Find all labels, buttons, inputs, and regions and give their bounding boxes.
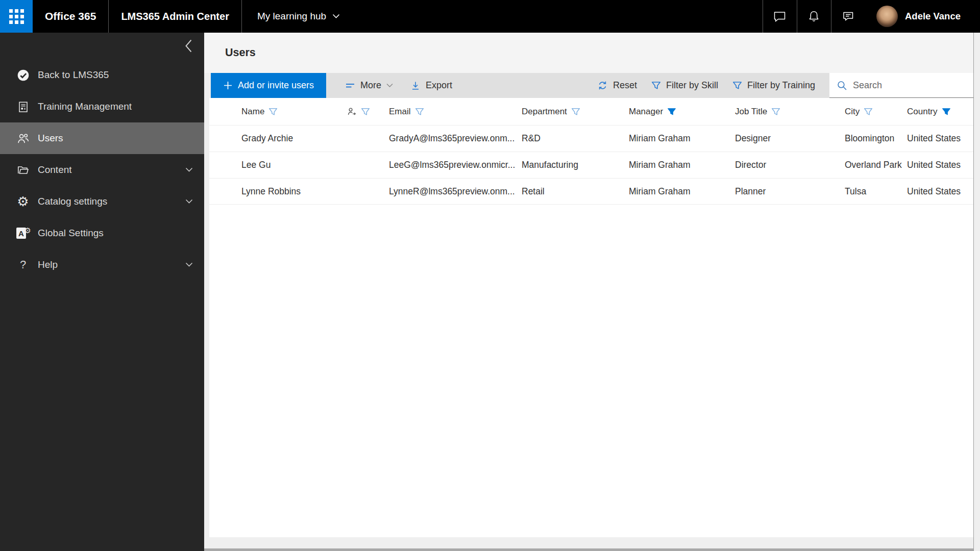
person-sync-icon — [347, 107, 357, 116]
page-title: Users — [225, 46, 256, 59]
sidebar-item-catalog-settings[interactable]: ⚙ Catalog settings — [0, 186, 204, 217]
left-navigation: Back to LMS365 Training Management — [0, 33, 204, 551]
column-header-job-title[interactable]: Job Title — [735, 107, 845, 117]
column-header-label: Job Title — [735, 107, 767, 117]
cell-email: LynneR@lms365preview.onm... — [389, 186, 522, 197]
cell-name: Grady Archie — [241, 133, 347, 144]
sidebar-item-label: Catalog settings — [38, 196, 107, 207]
main-content: Users Add or invite users More — [204, 33, 980, 551]
cell-country: United States — [907, 186, 973, 197]
cell-department: R&D — [522, 133, 629, 144]
cell-country: United States — [907, 160, 973, 170]
table-header-row: Name Email — [209, 98, 973, 125]
sidebar-item-training-management[interactable]: Training Management — [0, 91, 204, 122]
cell-job-title: Designer — [735, 133, 845, 144]
column-header-department[interactable]: Department — [522, 107, 629, 117]
filter-icon[interactable] — [415, 107, 424, 116]
toolbar-right-group: Reset Filter by Skill Filter by Training — [590, 73, 973, 98]
hub-dropdown[interactable]: My learning hub — [242, 0, 355, 33]
hub-dropdown-label: My learning hub — [257, 11, 326, 22]
add-or-invite-users-button[interactable]: Add or invite users — [211, 73, 326, 98]
filter-icon — [651, 81, 661, 90]
column-header-label: City — [845, 107, 860, 117]
chat-icon — [772, 9, 787, 24]
feedback-icon — [841, 9, 855, 24]
download-icon — [410, 81, 421, 91]
column-header-user-type[interactable] — [347, 107, 389, 116]
column-header-email[interactable]: Email — [389, 107, 522, 117]
sidebar-item-back-to-lms365[interactable]: Back to LMS365 — [0, 59, 204, 91]
column-header-name[interactable]: Name — [241, 107, 347, 117]
cell-country: United States — [907, 133, 973, 144]
feedback-button[interactable] — [831, 0, 865, 33]
chat-button[interactable] — [763, 0, 797, 33]
gear-icon: ⚙ — [15, 195, 31, 208]
sidebar-item-label: Users — [38, 133, 63, 144]
avatar — [876, 6, 898, 27]
filter-icon[interactable] — [864, 107, 873, 116]
search-box — [829, 73, 973, 98]
notifications-button[interactable] — [797, 0, 831, 33]
page-header-band: Users — [204, 33, 973, 73]
reset-button[interactable]: Reset — [590, 73, 644, 98]
suite-top-bar: Office 365 LMS365 Admin Center My learni… — [0, 0, 980, 33]
table-row[interactable]: Grady Archie GradyA@lms365preview.onm...… — [209, 125, 973, 152]
column-header-label: Department — [522, 107, 567, 117]
users-toolbar: Add or invite users More Export — [211, 73, 973, 98]
filter-by-training-button[interactable]: Filter by Training — [725, 73, 822, 98]
sidebar-item-users[interactable]: Users — [0, 122, 204, 154]
question-mark-icon: ? — [15, 258, 31, 271]
training-document-icon — [15, 101, 31, 113]
admin-a-gear-icon: A ⚙ — [15, 227, 31, 239]
filter-by-skill-button[interactable]: Filter by Skill — [644, 73, 725, 98]
sidebar-item-global-settings[interactable]: A ⚙ Global Settings — [0, 217, 204, 249]
sidebar-item-label: Content — [38, 164, 72, 176]
lms365-logo-icon — [15, 68, 31, 82]
sidebar-item-help[interactable]: ? Help — [0, 249, 204, 281]
app-launcher-button[interactable] — [0, 0, 33, 33]
sidebar-item-label: Back to LMS365 — [38, 69, 109, 81]
column-header-city[interactable]: City — [845, 107, 907, 117]
cell-email: LeeG@lms365preview.onmicr... — [389, 160, 522, 170]
table-row[interactable]: Lee Gu LeeG@lms365preview.onmicr... Manu… — [209, 152, 973, 178]
plus-icon — [223, 81, 233, 90]
reset-icon — [597, 80, 608, 91]
cell-department: Manufacturing — [522, 160, 629, 170]
collapse-sidebar-button[interactable] — [184, 39, 193, 53]
search-input[interactable] — [829, 73, 973, 98]
cell-department: Retail — [522, 186, 629, 197]
column-header-label: Name — [241, 107, 264, 117]
cell-city: Bloomington — [845, 133, 907, 144]
people-icon — [15, 132, 31, 145]
topbar-right-group: Adele Vance — [763, 0, 980, 33]
column-header-country[interactable]: Country — [907, 107, 973, 117]
filter-icon[interactable] — [771, 107, 780, 116]
sidebar-item-label: Training Management — [38, 101, 132, 112]
brand-office365[interactable]: Office 365 — [33, 0, 108, 33]
right-gutter — [973, 33, 980, 551]
users-table: Name Email — [209, 98, 973, 537]
expand-chevron-icon — [185, 262, 193, 267]
bell-icon — [806, 9, 821, 24]
export-button[interactable]: Export — [402, 73, 461, 98]
sidebar-item-content[interactable]: Content — [0, 154, 204, 186]
chevron-down-icon — [332, 14, 340, 19]
column-header-label: Email — [389, 107, 411, 117]
column-header-manager[interactable]: Manager — [629, 107, 735, 117]
cell-name: Lee Gu — [241, 160, 347, 170]
filter-icon-active[interactable] — [667, 107, 676, 116]
more-menu-button[interactable]: More — [336, 73, 402, 98]
chevron-down-icon — [386, 83, 393, 88]
cell-city: Tulsa — [845, 186, 907, 197]
table-row[interactable]: Lynne Robbins LynneR@lms365preview.onm..… — [209, 178, 973, 205]
cell-city: Overland Park — [845, 160, 907, 170]
horizontal-scrollbar[interactable] — [204, 548, 980, 551]
filter-icon-active[interactable] — [942, 107, 951, 116]
filter-icon[interactable] — [571, 107, 580, 116]
cell-name: Lynne Robbins — [241, 186, 347, 197]
filter-icon[interactable] — [268, 107, 278, 116]
cell-job-title: Director — [735, 160, 845, 170]
cell-manager: Miriam Graham — [629, 186, 735, 197]
account-menu[interactable]: Adele Vance — [865, 0, 980, 33]
filter-icon[interactable] — [361, 107, 370, 116]
